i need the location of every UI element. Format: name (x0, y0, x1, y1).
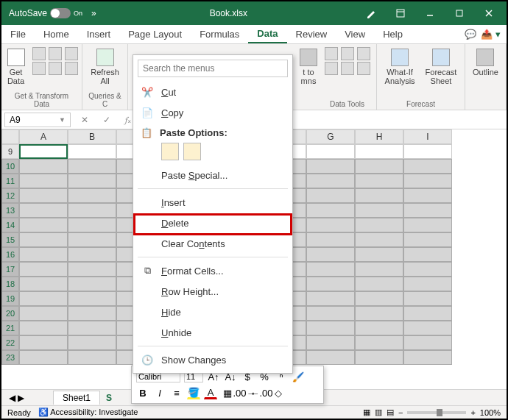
row-header[interactable]: 12 (1, 188, 19, 203)
cell[interactable] (68, 321, 116, 335)
cell[interactable] (355, 262, 403, 277)
ctx-paste-special[interactable]: Paste Special... (133, 165, 292, 185)
datatools-small[interactable] (325, 47, 372, 75)
cell[interactable] (355, 144, 403, 159)
col-A[interactable]: A (19, 129, 68, 144)
paste-option-1[interactable] (161, 143, 179, 160)
sheet-nav-icons[interactable]: ◀ ▶ (9, 393, 24, 403)
cell[interactable] (68, 159, 116, 174)
cell[interactable] (355, 188, 403, 203)
zoom-slider[interactable] (407, 411, 466, 414)
cell[interactable] (19, 306, 68, 321)
increase-decimal-icon[interactable]: ←.00 (255, 386, 268, 399)
row-header[interactable]: 10 (1, 159, 19, 174)
cell[interactable] (355, 232, 403, 247)
cell[interactable] (19, 144, 68, 159)
cell[interactable] (68, 291, 116, 306)
cell[interactable] (306, 321, 355, 335)
cell[interactable] (306, 203, 355, 218)
cell[interactable] (355, 277, 403, 291)
cell[interactable] (19, 218, 68, 232)
quick-access-more-icon[interactable]: » (87, 8, 101, 18)
cell[interactable] (19, 277, 68, 291)
cell[interactable] (403, 159, 452, 174)
tab-review[interactable]: Review (287, 25, 336, 43)
cell[interactable] (306, 144, 355, 159)
cell[interactable] (306, 159, 355, 174)
pen-icon[interactable] (356, 1, 386, 25)
cell[interactable] (19, 262, 68, 277)
cell[interactable] (19, 232, 68, 247)
cell[interactable] (306, 277, 355, 291)
cell[interactable] (19, 321, 68, 335)
transform-small-buttons[interactable] (32, 47, 80, 75)
cell[interactable] (403, 335, 452, 350)
cell[interactable] (306, 350, 355, 365)
row-header[interactable]: 15 (1, 232, 19, 247)
cell[interactable] (355, 174, 403, 188)
view-pagebreak-icon[interactable]: ▥ (375, 407, 382, 417)
cell[interactable] (403, 247, 452, 262)
sheet-tab-1[interactable]: Sheet1 (53, 391, 100, 405)
tab-file[interactable]: File (1, 25, 35, 43)
cell[interactable] (355, 306, 403, 321)
decrease-decimal-icon[interactable]: .00→ (238, 386, 251, 399)
minimize-icon[interactable] (415, 1, 445, 25)
row-header[interactable]: 17 (1, 262, 19, 277)
cell[interactable] (306, 188, 355, 203)
cell[interactable] (19, 335, 68, 350)
cell[interactable] (68, 144, 116, 159)
cell[interactable] (19, 291, 68, 306)
tab-formulas[interactable]: Formulas (191, 25, 248, 43)
cell[interactable] (403, 277, 452, 291)
new-sheet-partial[interactable]: S (100, 393, 118, 403)
ctx-clear-contents[interactable]: Clear Contents (133, 233, 292, 254)
row-header[interactable]: 21 (1, 321, 19, 335)
cell[interactable] (403, 262, 452, 277)
cell[interactable] (68, 174, 116, 188)
view-normal-icon[interactable]: ▦ (363, 407, 370, 417)
bold-button[interactable]: B (136, 386, 149, 399)
share-icon[interactable]: 📤 ▾ (481, 29, 501, 40)
name-box[interactable]: A9 ▼ (4, 113, 71, 127)
cancel-icon[interactable]: ✕ (74, 115, 96, 125)
chevron-down-icon[interactable]: ▼ (59, 116, 66, 124)
cell[interactable] (306, 291, 355, 306)
font-color-icon[interactable]: A (204, 386, 217, 399)
row-header[interactable]: 18 (1, 277, 19, 291)
cell[interactable] (19, 159, 68, 174)
cell[interactable] (403, 218, 452, 232)
ctx-format-cells[interactable]: ⧉ Format Cells... (133, 260, 292, 281)
cell[interactable] (355, 218, 403, 232)
tab-page-layout[interactable]: Page Layout (119, 25, 191, 43)
cell[interactable] (403, 306, 452, 321)
ctx-cut[interactable]: ✂️ Cut (133, 82, 292, 102)
cell[interactable] (403, 174, 452, 188)
format-painter-icon[interactable]: 🖌️ (292, 370, 305, 383)
refresh-all-button[interactable]: Refresh All (88, 47, 122, 87)
cell[interactable] (19, 188, 68, 203)
ctx-unhide[interactable]: Unhide (133, 322, 292, 343)
close-icon[interactable] (474, 1, 504, 25)
cell[interactable] (68, 306, 116, 321)
borders-icon[interactable]: ▦ (221, 386, 234, 399)
menu-search-input[interactable] (138, 60, 288, 77)
cell[interactable] (19, 247, 68, 262)
cell[interactable] (403, 203, 452, 218)
col-B[interactable]: B (68, 129, 116, 144)
cell[interactable] (403, 321, 452, 335)
clear-format-icon[interactable]: ◇ (272, 386, 285, 399)
cell[interactable] (355, 247, 403, 262)
cell[interactable] (19, 350, 68, 365)
align-icon[interactable]: ≡ (170, 386, 183, 399)
cell[interactable] (306, 174, 355, 188)
cell[interactable] (355, 159, 403, 174)
cell[interactable] (68, 247, 116, 262)
zoom-level[interactable]: 100% (480, 408, 501, 417)
enter-icon[interactable]: ✓ (96, 115, 118, 125)
forecast-sheet-button[interactable]: Forecast Sheet (423, 47, 460, 87)
cell[interactable] (68, 350, 116, 365)
cell[interactable] (403, 350, 452, 365)
col-I[interactable]: I (403, 129, 452, 144)
tab-insert[interactable]: Insert (78, 25, 120, 43)
